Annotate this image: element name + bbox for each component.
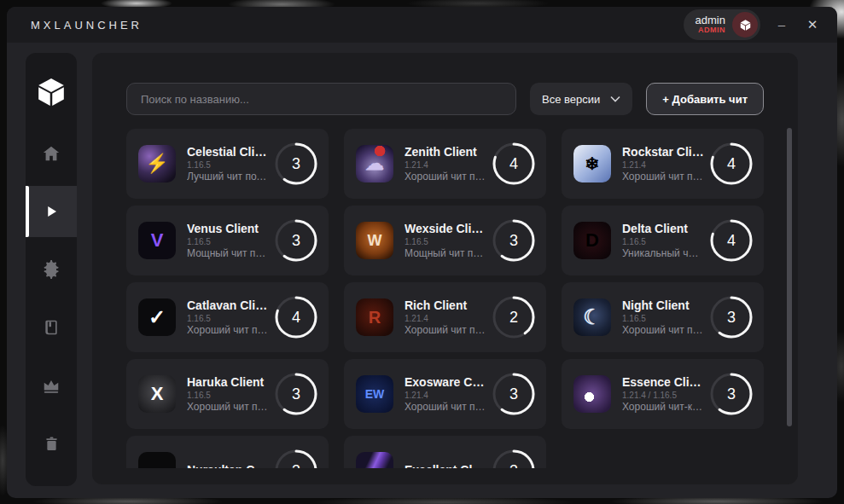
- client-card[interactable]: R Rich Client 1.21.4 Хороший чит по... 2: [344, 282, 546, 352]
- search-input[interactable]: [126, 83, 516, 115]
- client-title: Delta Client: [622, 222, 704, 235]
- sidebar-item-home[interactable]: [26, 128, 77, 179]
- rating-value: 3: [492, 372, 536, 416]
- client-card[interactable]: W Wexside Client 1.16.5 Мощный чит по...…: [344, 206, 546, 275]
- trash-icon: [44, 436, 60, 452]
- night-moon-icon: ☾: [573, 298, 611, 336]
- version-filter-dropdown[interactable]: Все версии: [530, 83, 632, 115]
- client-description: Мощный чит по...: [405, 247, 486, 259]
- client-card[interactable]: V Venus Client 1.16.5 Мощный чит по... 3: [126, 206, 329, 275]
- rating-ring: 3: [709, 295, 754, 339]
- rating-ring: 2: [492, 295, 536, 339]
- client-version: 1.16.5: [187, 391, 269, 400]
- delta-d-icon: D: [573, 222, 611, 259]
- add-cheat-button[interactable]: + Добавить чит: [646, 83, 764, 115]
- version-filter-value: Все версии: [542, 93, 600, 106]
- client-card[interactable]: Excellent Client 3: [344, 436, 546, 468]
- client-card[interactable]: ⚡ Celestial Client 1.16.5 Лучший чит под…: [126, 129, 329, 199]
- sidebar-item-trash[interactable]: [26, 418, 77, 469]
- rating-ring: 3: [709, 372, 754, 416]
- client-description: Хороший чит по...: [622, 171, 704, 182]
- client-description: Хороший чит по...: [187, 401, 269, 413]
- client-description: Хороший чит по...: [405, 401, 486, 413]
- client-title: Catlavan Client: [187, 298, 269, 312]
- rating-value: 3: [274, 218, 318, 263]
- client-card[interactable]: EW Exosware Client 1.21.4 Хороший чит по…: [344, 359, 546, 429]
- client-title: Nursultan Cli...: [187, 463, 269, 468]
- client-card[interactable]: Essence Client 1.21.4 / 1.16.5 Хороший ч…: [562, 359, 764, 429]
- toolbar: Все версии + Добавить чит: [126, 83, 764, 115]
- rating-value: 3: [274, 142, 318, 186]
- client-title: Wexside Client: [405, 222, 486, 235]
- client-version: 1.21.4: [405, 391, 486, 400]
- sidebar-item-settings[interactable]: [26, 244, 77, 295]
- client-title: Rockstar Client: [622, 145, 704, 159]
- rating-ring: 3: [492, 372, 536, 416]
- client-card[interactable]: ☾ Night Client 1.16.5 Хороший чит по... …: [562, 282, 764, 352]
- cube-3d-icon: [36, 77, 67, 107]
- user-role-badge: ADMIN: [698, 26, 725, 35]
- rating-ring: 3: [492, 218, 536, 263]
- client-description: Хороший чит-кл...: [622, 401, 704, 413]
- cards-viewport: ⚡ Celestial Client 1.16.5 Лучший чит под…: [126, 129, 764, 468]
- zenith-ghost-icon: ☁: [356, 145, 393, 182]
- rating-value: 4: [709, 142, 754, 186]
- rating-ring: 4: [709, 218, 754, 263]
- rating-ring: 3: [274, 372, 318, 416]
- rating-value: 4: [709, 218, 754, 263]
- client-description: Хороший чит по...: [405, 171, 486, 182]
- rating-ring: 3: [274, 142, 318, 186]
- exosware-ew-icon: EW: [356, 375, 393, 413]
- client-version: 1.16.5: [187, 237, 269, 246]
- rating-value: 3: [709, 372, 754, 416]
- play-icon: [44, 204, 59, 219]
- client-card[interactable]: Nursultan Cli... 3: [126, 436, 329, 468]
- client-card[interactable]: ❄ Rockstar Client 1.21.4 Хороший чит по.…: [562, 129, 764, 199]
- haruka-butterfly-icon: X: [138, 375, 176, 413]
- app-title: MXLAUNCHER: [31, 19, 143, 32]
- user-pill[interactable]: admin ADMIN: [684, 9, 760, 40]
- excellent-icon: [356, 452, 393, 468]
- rating-ring: 3: [274, 449, 318, 468]
- app-window: MXLAUNCHER admin ADMIN – ✕: [7, 7, 837, 498]
- rating-value: 4: [274, 295, 318, 339]
- sidebar: [26, 53, 77, 486]
- client-card[interactable]: ☁ Zenith Client 1.21.4 Хороший чит по...…: [344, 129, 546, 199]
- client-version: 1.21.4: [405, 314, 486, 323]
- close-button[interactable]: ✕: [803, 15, 822, 34]
- client-title: Exosware Client: [405, 375, 486, 389]
- rating-value: 3: [492, 449, 536, 468]
- client-description: Хороший чит по...: [405, 324, 486, 336]
- client-title: Excellent Client: [405, 463, 486, 468]
- client-description: Лучший чит под ...: [187, 171, 269, 182]
- client-card[interactable]: D Delta Client 1.16.5 Уникальный чит... …: [562, 206, 764, 275]
- rating-ring: 4: [709, 142, 754, 186]
- client-version: 1.21.4: [622, 160, 704, 170]
- rating-ring: 4: [492, 142, 536, 186]
- minimize-button[interactable]: –: [772, 15, 791, 34]
- home-icon: [42, 144, 61, 163]
- essence-ghost-icon: [573, 375, 611, 413]
- scrollbar-thumb[interactable]: [787, 128, 792, 426]
- venus-v-icon: V: [138, 222, 176, 259]
- client-version: 1.16.5: [187, 160, 269, 170]
- rating-value: 3: [709, 295, 754, 339]
- client-description: Хороший чит по...: [187, 324, 269, 336]
- crown-icon: [42, 376, 61, 395]
- client-card[interactable]: X Haruka Client 1.16.5 Хороший чит по...…: [126, 359, 329, 429]
- client-version: 1.16.5: [622, 314, 704, 323]
- book-icon: [43, 319, 60, 336]
- sidebar-item-play[interactable]: [26, 186, 77, 237]
- sidebar-item-premium[interactable]: [26, 360, 77, 411]
- client-card[interactable]: ✓ Catlavan Client 1.16.5 Хороший чит по.…: [126, 282, 329, 352]
- rich-r-icon: R: [356, 298, 393, 336]
- wexside-flame-icon: W: [356, 222, 393, 259]
- sidebar-item-library[interactable]: [26, 302, 77, 353]
- rating-value: 3: [274, 449, 318, 468]
- client-version: 1.21.4: [405, 160, 486, 170]
- cube-icon: [739, 19, 752, 32]
- user-avatar: [732, 12, 758, 38]
- titlebar: MXLAUNCHER admin ADMIN – ✕: [7, 7, 837, 43]
- rating-ring: 4: [274, 295, 318, 339]
- rockstar-crystal-icon: ❄: [573, 145, 611, 182]
